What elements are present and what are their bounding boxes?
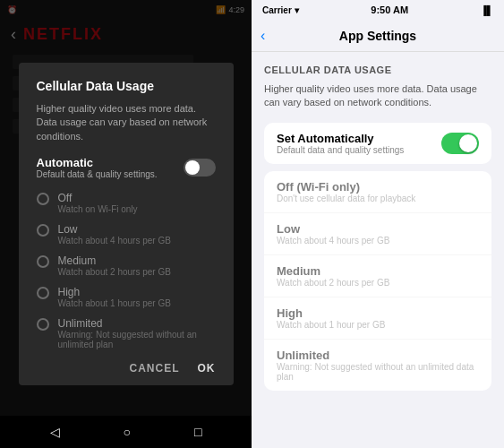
toggle-sub-label: Default data & quality settings. bbox=[37, 169, 158, 179]
option-high-sub: Watch about 1 hours per GB bbox=[58, 298, 171, 308]
ios-nav-bar: ‹ App Settings bbox=[252, 20, 504, 52]
option-medium-sub: Watch about 2 hours per GB bbox=[58, 267, 171, 277]
ios-unlimited-label: Unlimited bbox=[277, 349, 479, 362]
ios-description: Higher quality video uses more data. Dat… bbox=[264, 82, 491, 110]
ios-option-wifi-only[interactable]: Off (Wi-Fi only) Don't use cellular data… bbox=[264, 171, 491, 213]
ios-battery-icon: ▐▌ bbox=[481, 5, 493, 15]
ios-panel: Carrier ▾ 9:50 AM ▐▌ ‹ App Settings CELL… bbox=[252, 0, 504, 448]
ios-low-sub: Watch about 4 hours per GB bbox=[277, 236, 479, 246]
ios-status-bar: Carrier ▾ 9:50 AM ▐▌ bbox=[252, 0, 504, 20]
option-low[interactable]: Low Watch about 4 hours per GB bbox=[37, 223, 216, 246]
nav-home-icon[interactable]: ○ bbox=[124, 425, 131, 439]
nav-back-icon[interactable]: ◁ bbox=[50, 425, 60, 439]
ios-automatically-toggle[interactable] bbox=[441, 133, 479, 154]
ios-wifi-only-sub: Don't use cellular data for playback bbox=[277, 194, 479, 203]
ios-toggle-sub-label: Default data and quality settings bbox=[277, 145, 404, 155]
ios-options-card: Off (Wi-Fi only) Don't use cellular data… bbox=[264, 171, 491, 391]
ios-back-button[interactable]: ‹ bbox=[261, 28, 265, 44]
radio-low bbox=[37, 224, 49, 237]
toggle-text-group: Automatic Default data & quality setting… bbox=[37, 156, 158, 179]
ios-toggle-card: Set Automatically Default data and quali… bbox=[264, 123, 491, 164]
ios-wifi-only-label: Off (Wi-Fi only) bbox=[277, 180, 479, 194]
android-nav-bar: ◁ ○ □ bbox=[0, 416, 252, 448]
android-panel: ⏰ 📶 4:29 ‹ NETFLIX Cellular Data Usage H… bbox=[0, 0, 252, 448]
option-off[interactable]: Off Watch on Wi-Fi only bbox=[37, 192, 216, 214]
option-unlimited-sub: Warning: Not suggested without an unlimi… bbox=[58, 330, 216, 349]
cancel-button[interactable]: CANCEL bbox=[130, 362, 180, 375]
option-medium-label: Medium bbox=[58, 254, 171, 267]
toggle-main-label: Automatic bbox=[37, 156, 158, 169]
dialog-buttons: CANCEL OK bbox=[37, 362, 216, 375]
radio-high bbox=[37, 287, 49, 299]
ios-time: 9:50 AM bbox=[371, 4, 408, 15]
dialog-overlay: Cellular Data Usage Higher quality video… bbox=[0, 0, 252, 448]
option-low-sub: Watch about 4 hours per GB bbox=[58, 236, 171, 246]
cellular-dialog: Cellular Data Usage Higher quality video… bbox=[19, 63, 234, 385]
option-unlimited[interactable]: Unlimited Warning: Not suggested without… bbox=[37, 317, 216, 349]
radio-off bbox=[37, 193, 49, 205]
ios-option-medium[interactable]: Medium Watch about 2 hours per GB bbox=[264, 255, 491, 297]
option-high[interactable]: High Watch about 1 hours per GB bbox=[37, 286, 216, 308]
option-unlimited-label: Unlimited bbox=[58, 317, 216, 330]
ios-high-label: High bbox=[277, 306, 479, 320]
automatic-toggle[interactable] bbox=[184, 159, 216, 177]
ios-option-low[interactable]: Low Watch about 4 hours per GB bbox=[264, 213, 491, 255]
ios-option-unlimited[interactable]: Unlimited Warning: Not suggested without… bbox=[264, 340, 491, 391]
ios-unlimited-sub: Warning: Not suggested without an unlimi… bbox=[277, 362, 479, 382]
dialog-toggle-row: Automatic Default data & quality setting… bbox=[37, 156, 216, 179]
option-medium[interactable]: Medium Watch about 2 hours per GB bbox=[37, 254, 216, 277]
ios-medium-label: Medium bbox=[277, 264, 479, 278]
ios-toggle-knob bbox=[459, 134, 477, 152]
option-high-label: High bbox=[58, 286, 171, 298]
ok-button[interactable]: OK bbox=[198, 362, 216, 375]
radio-medium bbox=[37, 255, 49, 268]
ios-medium-sub: Watch about 2 hours per GB bbox=[277, 278, 479, 288]
ios-high-sub: Watch about 1 hour per GB bbox=[277, 320, 479, 330]
ios-toggle-main-label: Set Automatically bbox=[277, 132, 404, 145]
ios-nav-title: App Settings bbox=[339, 29, 416, 43]
dialog-title: Cellular Data Usage bbox=[37, 79, 216, 93]
ios-set-automatically-row: Set Automatically Default data and quali… bbox=[264, 123, 491, 164]
dialog-description: Higher quality video uses more data. Dat… bbox=[37, 102, 216, 143]
radio-unlimited bbox=[37, 318, 49, 331]
ios-option-high[interactable]: High Watch about 1 hour per GB bbox=[264, 297, 491, 340]
ios-low-label: Low bbox=[277, 222, 479, 236]
ios-content: CELLULAR DATA USAGE Higher quality video… bbox=[252, 52, 504, 403]
ios-section-header: CELLULAR DATA USAGE bbox=[264, 65, 491, 75]
toggle-knob bbox=[185, 160, 200, 175]
option-off-sub: Watch on Wi-Fi only bbox=[58, 204, 138, 214]
option-low-label: Low bbox=[58, 223, 171, 236]
ios-carrier: Carrier ▾ bbox=[262, 5, 299, 15]
option-off-label: Off bbox=[58, 192, 138, 204]
nav-recents-icon[interactable]: □ bbox=[194, 425, 201, 439]
